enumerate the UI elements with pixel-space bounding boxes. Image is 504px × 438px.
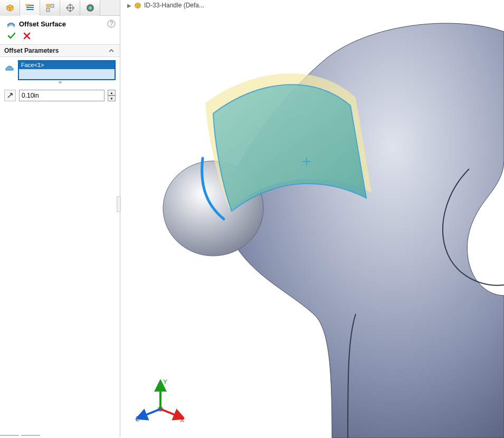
spin-up-button[interactable]: ▲: [108, 90, 116, 96]
tab-feature-manager[interactable]: [0, 0, 20, 16]
panel-collapse-handle[interactable]: [117, 196, 121, 212]
svg-text:?: ?: [110, 20, 113, 27]
tab-appearances[interactable]: [80, 0, 100, 16]
feature-title-row: Offset Surface ?: [0, 16, 120, 31]
svg-rect-2: [26, 9, 34, 10]
config-icon: [45, 3, 55, 13]
svg-rect-1: [26, 7, 34, 8]
property-icon: [25, 3, 35, 13]
svg-rect-3: [26, 4, 28, 6]
model-render: [121, 0, 504, 438]
svg-rect-4: [46, 4, 50, 7]
section-title: Offset Parameters: [4, 47, 59, 54]
cube-icon: [5, 3, 15, 13]
offset-surface-icon: [6, 19, 16, 28]
svg-point-10: [87, 4, 94, 12]
tab-property-manager[interactable]: [20, 0, 40, 16]
property-panel: Offset Surface ? Offset Parameters Face<…: [0, 0, 120, 437]
distance-spinner: ▲ ▼: [108, 90, 116, 101]
chevron-up-icon: [108, 47, 115, 54]
svg-rect-5: [51, 4, 54, 7]
triad-z-axis: [141, 409, 160, 417]
offset-distance-input[interactable]: [19, 90, 104, 101]
help-icon[interactable]: ?: [107, 20, 116, 28]
graphics-viewport[interactable]: ▶ ID-33-Handle (Defa...: [121, 0, 504, 438]
triad-z-label: Z: [136, 415, 139, 423]
svg-rect-6: [46, 8, 50, 12]
tab-config-manager[interactable]: [40, 0, 60, 16]
feature-title: Offset Surface: [19, 20, 66, 28]
triad-x-label: X: [180, 416, 184, 424]
cancel-button[interactable]: [23, 32, 31, 40]
tab-dimxpert[interactable]: [60, 0, 80, 16]
list-resize-grip[interactable]: [4, 80, 116, 84]
target-icon: [65, 3, 75, 13]
offset-distance-row: ▲ ▼: [4, 90, 116, 101]
triad-x-axis: [160, 409, 180, 417]
selection-list[interactable]: Face<1>: [18, 60, 116, 80]
flip-direction-button[interactable]: [4, 90, 16, 101]
orientation-triad[interactable]: Y X Z: [131, 375, 184, 427]
spin-down-button[interactable]: ▼: [108, 96, 116, 101]
bottom-tabs-stub: [0, 435, 42, 438]
section-body: Face<1> ▲ ▼: [0, 57, 120, 106]
selection-row: Face<1>: [4, 60, 116, 80]
panel-tabstrip: [0, 0, 120, 16]
selection-item[interactable]: Face<1>: [19, 61, 115, 69]
flip-icon: [6, 92, 14, 99]
face-selection-icon[interactable]: [4, 61, 15, 72]
ok-button[interactable]: [7, 32, 16, 40]
triad-y-label: Y: [163, 378, 167, 386]
ok-cancel-row: [0, 31, 120, 44]
appearance-icon: [85, 3, 95, 13]
section-offset-parameters[interactable]: Offset Parameters: [0, 44, 120, 57]
